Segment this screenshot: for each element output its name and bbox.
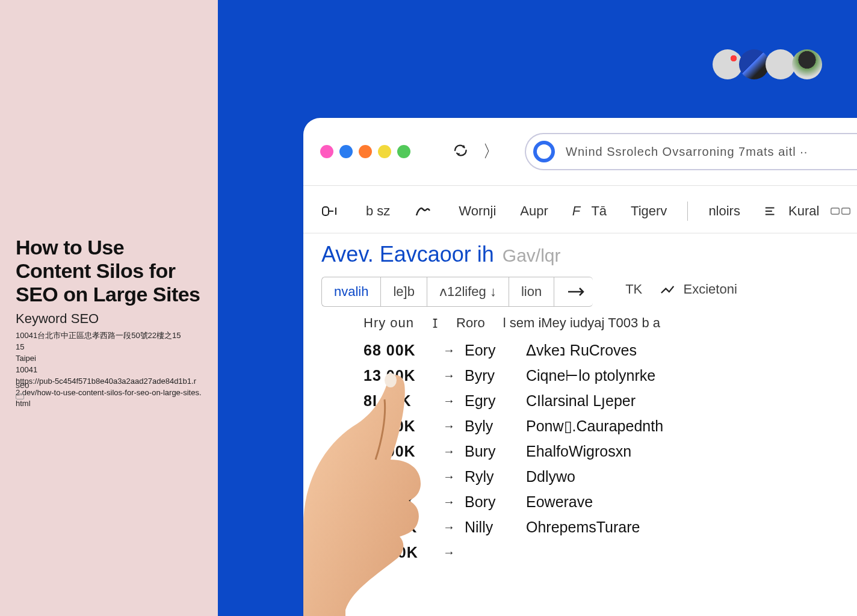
filter-ext[interactable]: TK (625, 282, 642, 297)
meta-city: Taipei (16, 353, 202, 365)
tab[interactable]: Aupr (520, 203, 548, 219)
avatar-row (713, 49, 822, 79)
filter-cell[interactable]: lion (509, 277, 554, 306)
hero-area: 〉 Wnind Ssrolech Ovsarroning 7mats aitl … (218, 0, 857, 616)
tab[interactable]: F Tā (572, 203, 607, 219)
meta-zip: 10041 (16, 365, 202, 376)
filter-cell[interactable]: nvalih (322, 277, 381, 306)
svg-rect-2 (841, 208, 850, 214)
dot-icon[interactable] (339, 145, 353, 158)
svg-rect-1 (831, 208, 839, 214)
forward-icon[interactable]: 〉 (483, 140, 500, 163)
meta-url: https://pub-5c454f571b8e40a3a2aad27ade84… (16, 376, 202, 410)
tab-icon-2[interactable] (414, 203, 435, 219)
avatar[interactable] (713, 49, 743, 79)
seo-icon (16, 393, 24, 399)
address-text: Wnind Ssrolech Ovsarroning 7mats aitl ·· (566, 145, 808, 159)
reload-icon[interactable] (451, 143, 474, 161)
filter-cell[interactable] (554, 277, 593, 306)
search-icon (533, 141, 555, 162)
tab-bar: b sz Wornji Aupr F Tā Tigerv nloirs Kura… (303, 186, 857, 233)
list-row[interactable]: 8I 00K→EgryCIlarsinal Lյeper (364, 392, 857, 410)
list-row[interactable]: 32 00K→BuryEhalfoWigrosxn (364, 443, 857, 460)
seo-chip: seo (16, 380, 39, 399)
filter-cell[interactable]: le]b (381, 277, 427, 306)
titlebar: 〉 Wnind Ssrolech Ovsarroning 7mats aitl … (303, 118, 857, 185)
svg-rect-0 (323, 207, 329, 215)
meta-address: 10041台北市中正區忠孝西路一段50號22樓之15 (16, 330, 202, 342)
filter-bar: nvalih le]b ʌ12lifeg ↓ lion (321, 277, 593, 307)
list-row[interactable]: 17 00K→RylyDdlywo (364, 468, 857, 485)
heading-main: Avev. Eavcaoor ih (321, 242, 494, 267)
tab[interactable]: b sz (366, 203, 390, 219)
article-title: How to Use Content Silos for SEO on Larg… (16, 236, 202, 306)
list-row[interactable]: 68 00K→Eoryᐃvkeנ RuCroves (364, 342, 857, 359)
dot-icon[interactable] (397, 145, 410, 158)
filter-ext[interactable]: Excietoni (660, 282, 737, 297)
dot-icon[interactable] (378, 145, 391, 158)
article-subtitle: Keyword SEO (16, 311, 202, 327)
dot-icon[interactable] (359, 145, 372, 158)
tab[interactable]: Wornji (459, 203, 496, 219)
dot-icon[interactable] (320, 145, 333, 158)
avatar[interactable] (792, 49, 822, 79)
page-heading: Avev. Eavcaoor ih Gav/lqr (303, 233, 857, 272)
avatar[interactable] (739, 49, 769, 79)
window-dots (320, 145, 410, 158)
list-row[interactable]: 32 00K→BoryEowerave (364, 493, 857, 511)
keyword-list: 68 00K→Eoryᐃvkeנ RuCroves 13 00K→ByryCiq… (303, 342, 857, 569)
tab[interactable]: Tigerv (631, 203, 667, 219)
filter-cell[interactable]: ʌ12lifeg ↓ (427, 277, 509, 306)
tab-icon-1[interactable] (321, 203, 342, 219)
browser-window: 〉 Wnind Ssrolech Ovsarroning 7mats aitl … (303, 118, 857, 616)
heading-sub: Gav/lqr (503, 245, 561, 266)
list-header: Hry oun Roro l sem iMey iudyaj T003 b a (303, 307, 857, 342)
meta-v2: 15 (16, 342, 202, 353)
tab[interactable]: nloirs (708, 203, 740, 219)
avatar[interactable] (766, 49, 796, 79)
list-row[interactable]: 13 00K→ByryCiqne⊢lo ptolynrke (364, 367, 857, 384)
list-row[interactable]: 80 00K→BylyPonw▯.Caurapednth (364, 417, 857, 435)
list-row[interactable]: S0 00K→NillyOhrepemsTurare (364, 519, 857, 536)
tab[interactable]: Kural (764, 203, 851, 219)
list-row[interactable]: 8K 00K→ (364, 544, 857, 561)
left-panel: How to Use Content Silos for SEO on Larg… (0, 0, 218, 616)
address-bar[interactable]: Wnind Ssrolech Ovsarroning 7mats aitl ·· (525, 133, 857, 170)
